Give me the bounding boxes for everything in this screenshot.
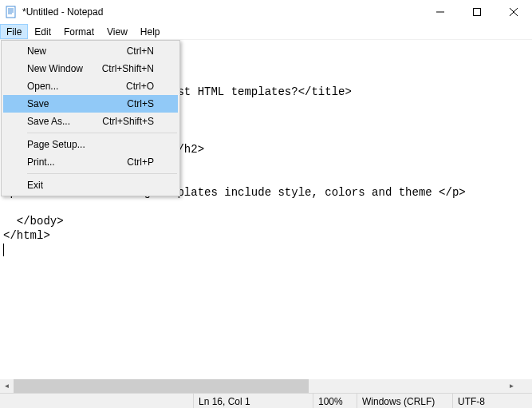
status-spacer (0, 394, 193, 408)
status-position: Ln 16, Col 1 (193, 394, 313, 408)
menu-item-save-as[interactable]: Save As...Ctrl+Shift+S (3, 113, 178, 130)
horizontal-scrollbar[interactable]: ◄ ► (0, 379, 518, 393)
menu-item-shortcut: Ctrl+Shift+N (86, 63, 154, 74)
menu-item-print[interactable]: Print...Ctrl+P (3, 153, 178, 171)
close-button[interactable] (495, 0, 532, 24)
menu-item-shortcut: Ctrl+Shift+S (86, 116, 154, 127)
menu-help[interactable]: Help (134, 24, 167, 39)
menu-item-label: Save As... (27, 116, 70, 127)
svg-rect-6 (474, 9, 481, 16)
menu-item-label: Page Setup... (27, 139, 85, 150)
menu-format[interactable]: Format (57, 24, 100, 39)
menu-item-save[interactable]: SaveCtrl+S (3, 95, 178, 113)
scroll-track[interactable] (14, 379, 505, 393)
scroll-thumb[interactable] (14, 379, 309, 393)
menu-item-label: Open... (27, 81, 58, 92)
menu-item-shortcut: Ctrl+P (111, 156, 154, 168)
status-encoding: UTF-8 (452, 394, 532, 408)
menu-separator (27, 133, 177, 133)
menu-item-open[interactable]: Open...Ctrl+O (3, 77, 178, 95)
menu-item-shortcut: Ctrl+N (111, 46, 154, 57)
menu-item-label: New Window (27, 63, 83, 74)
menu-item-exit[interactable]: Exit (3, 176, 178, 194)
status-zoom: 100% (313, 394, 357, 408)
titlebar: *Untitled - Notepad (0, 0, 532, 24)
status-line-ending: Windows (CRLF) (357, 394, 452, 408)
window-title: *Untitled - Notepad (22, 6, 103, 18)
menu-item-label: Print... (27, 156, 55, 168)
menu-item-new-window[interactable]: New WindowCtrl+Shift+N (3, 60, 178, 77)
menu-item-page-setup[interactable]: Page Setup... (3, 136, 178, 153)
menu-edit[interactable]: Edit (28, 24, 57, 39)
menu-view[interactable]: View (100, 24, 134, 39)
menu-file[interactable]: File (0, 24, 28, 39)
window-controls (422, 0, 532, 24)
menu-item-shortcut: Ctrl+O (110, 81, 154, 92)
maximize-button[interactable] (459, 0, 495, 24)
notepad-icon (5, 6, 18, 18)
menu-item-label: Save (27, 98, 49, 109)
menu-item-label: New (27, 46, 46, 57)
file-menu-dropdown: NewCtrl+NNew WindowCtrl+Shift+NOpen...Ct… (1, 40, 180, 196)
menu-item-shortcut: Ctrl+S (111, 98, 154, 109)
menubar: FileEditFormatViewHelp (0, 24, 532, 40)
menu-separator (27, 173, 177, 174)
minimize-button[interactable] (422, 0, 459, 24)
statusbar: Ln 16, Col 1 100% Windows (CRLF) UTF-8 (0, 393, 532, 408)
scroll-right-button[interactable]: ► (505, 379, 518, 393)
scroll-left-button[interactable]: ◄ (0, 379, 14, 393)
menu-item-new[interactable]: NewCtrl+N (3, 42, 178, 60)
scrollbar-corner (518, 379, 532, 393)
text-caret (3, 244, 4, 256)
menu-item-label: Exit (27, 180, 43, 191)
